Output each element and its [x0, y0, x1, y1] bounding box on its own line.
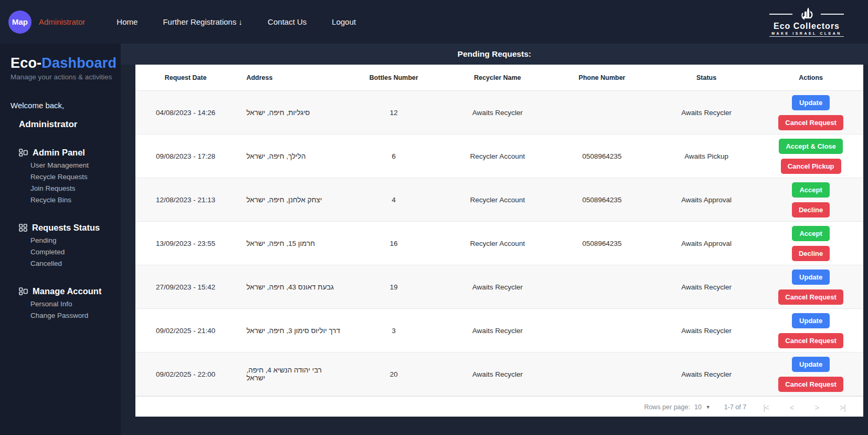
nav-link-contact-us[interactable]: Contact Us [268, 17, 306, 26]
sidebar: Eco-Dashboard Manage your actions & acti… [0, 44, 121, 435]
cell-recycler-name: Recycler Account [446, 152, 549, 160]
logo-tagline: MAKE ISRAEL CLEAN [769, 32, 844, 37]
cell-phone-number: 0508964235 [549, 196, 654, 204]
cell-recycler-name: Awaits Recycler [446, 370, 549, 378]
update-button[interactable]: Update [792, 357, 830, 372]
next-page-icon[interactable]: > [815, 403, 819, 412]
recycle-bottles-icon [798, 7, 816, 21]
cell-recycler-name: Recycler Account [446, 196, 549, 204]
cell-bottles-number: 20 [342, 370, 446, 378]
cell-actions: Accept & Close Cancel Pickup [758, 139, 863, 174]
table-row: 09/02/2025 - 22:00 רבי יהודה הנשיא 4, חי… [135, 353, 863, 396]
sidebar-item-cancelled[interactable]: Cancelled [30, 259, 121, 268]
sidebar-section-manage-account-header[interactable]: Manage Account [19, 286, 121, 296]
cell-recycler-name: Awaits Recycler [446, 327, 549, 335]
rows-per-page-label: Rows per page: [644, 403, 690, 411]
cancel-request-button[interactable]: Cancel Request [778, 333, 843, 348]
cell-actions: Update Cancel Request [758, 270, 863, 305]
sidebar-section-requests-status: Requests Status Pending Completed Cancel… [10, 223, 121, 268]
cell-status: Awaits Recycler [654, 370, 758, 378]
sidebar-item-pending[interactable]: Pending [30, 236, 121, 245]
sidebar-title-accent: Dashboard [41, 55, 117, 71]
page-header-bar: Pending Requests: [121, 44, 868, 65]
cell-address: גבעת דאונס 43, חיפה, ישראל [236, 283, 342, 291]
chevron-down-icon: ▼ [706, 405, 711, 410]
cell-request-date: 09/08/2023 - 17:28 [135, 152, 236, 160]
decline-button[interactable]: Decline [792, 246, 830, 261]
cell-actions: Update Cancel Request [758, 313, 863, 348]
cell-recycler-name: Awaits Recycler [446, 283, 549, 291]
section-label: Manage Account [33, 286, 101, 296]
sidebar-item-personal-info[interactable]: Personal Info [30, 299, 121, 309]
sidebar-item-recycle-bins[interactable]: Recycle Bins [30, 195, 121, 205]
rows-per-page-select[interactable]: Rows per page: 10 ▼ [644, 403, 710, 411]
section-label: Requests Status [32, 223, 100, 233]
manage-account-icon [19, 287, 28, 295]
sidebar-item-user-management[interactable]: User Management [30, 161, 121, 170]
cell-status: Awaits Approval [654, 240, 758, 247]
last-page-icon[interactable]: >| [840, 403, 845, 412]
welcome-text: Welcome back, [10, 101, 121, 110]
eco-collectors-logo: Eco Collectors MAKE ISRAEL CLEAN [769, 7, 844, 37]
col-header-bottles-number: Bottles Number [342, 74, 446, 81]
update-button[interactable]: Update [792, 270, 830, 285]
cell-address: סיגליות, חיפה, ישראל [236, 109, 342, 117]
cell-phone-number: 0508964235 [549, 240, 654, 247]
nav-link-logout[interactable]: Logout [332, 17, 356, 26]
nav-link-home[interactable]: Home [117, 17, 137, 26]
cell-request-date: 27/09/2023 - 15:42 [135, 283, 236, 291]
accept-and-close-button[interactable]: Accept & Close [779, 139, 842, 154]
col-header-request-date: Request Date [135, 74, 236, 81]
logo-title: Eco Collectors [769, 22, 844, 31]
sidebar-section-manage-account: Manage Account Personal Info Change Pass… [10, 286, 121, 320]
cell-request-date: 12/08/2023 - 21:13 [135, 196, 236, 204]
previous-page-icon[interactable]: < [790, 403, 794, 412]
cell-actions: Accept Decline [758, 182, 863, 218]
accept-button[interactable]: Accept [792, 182, 830, 198]
accept-button[interactable]: Accept [792, 226, 830, 241]
cell-recycler-name: Recycler Account [446, 240, 549, 247]
cell-status: Awaits Pickup [654, 152, 758, 160]
update-button[interactable]: Update [792, 313, 830, 328]
cancel-request-button[interactable]: Cancel Request [778, 289, 843, 305]
sidebar-item-change-password[interactable]: Change Password [30, 311, 121, 320]
cell-status: Awaits Recycler [654, 283, 758, 291]
sidebar-item-completed[interactable]: Completed [30, 247, 121, 257]
sidebar-item-recycle-requests[interactable]: Recycle Requests [30, 172, 121, 182]
logo-line-right [821, 14, 844, 15]
cell-address: הלילך, חיפה, ישראל [236, 152, 342, 160]
cell-address: רבי יהודה הנשיא 4, חיפה, ישראל [236, 366, 342, 382]
col-header-actions: Actions [758, 74, 863, 81]
cell-bottles-number: 4 [342, 196, 446, 204]
top-navbar: Map Administrator Home Further Registrat… [0, 0, 868, 44]
cell-actions: Accept Decline [758, 226, 863, 261]
sidebar-section-requests-status-header[interactable]: Requests Status [19, 223, 121, 233]
cell-address: דרך יוליוס סימון 3, חיפה, ישראל [236, 327, 342, 335]
welcome-username: Administrator [19, 119, 121, 130]
cancel-pickup-button[interactable]: Cancel Pickup [781, 159, 841, 174]
cancel-request-button[interactable]: Cancel Request [778, 115, 843, 130]
main-content: Pending Requests: Request Date Address B… [121, 44, 868, 435]
sidebar-subtitle: Manage your actions & activities [10, 73, 121, 81]
cell-recycler-name: Awaits Recycler [446, 109, 549, 117]
sidebar-section-admin-panel-header[interactable]: Admin Panel [19, 148, 121, 158]
sidebar-title: Eco-Dashboard [10, 55, 121, 71]
cell-phone-number: 0508964235 [549, 152, 654, 160]
table-row: 13/09/2023 - 23:55 חרמון 15, חיפה, ישראל… [135, 222, 863, 265]
first-page-icon[interactable]: |< [763, 403, 769, 412]
cell-request-date: 13/09/2023 - 23:55 [135, 240, 236, 247]
table-row: 04/08/2023 - 14:26 סיגליות, חיפה, ישראל … [135, 91, 863, 134]
map-brand-button[interactable]: Map [8, 11, 31, 34]
sidebar-item-join-requests[interactable]: Join Requests [30, 184, 121, 193]
decline-button[interactable]: Decline [792, 202, 830, 218]
cell-bottles-number: 19 [342, 283, 446, 291]
nav-link-further-registrations[interactable]: Further Registrations ↓ [163, 17, 242, 26]
cell-status: Awaits Recycler [654, 327, 758, 335]
cancel-request-button[interactable]: Cancel Request [778, 377, 843, 392]
cell-address: יצחק אלחנן, חיפה, ישראל [236, 196, 342, 204]
col-header-recycler-name: Recycler Name [446, 74, 549, 81]
cell-actions: Update Cancel Request [758, 357, 863, 392]
update-button[interactable]: Update [792, 95, 830, 110]
cell-request-date: 09/02/2025 - 22:00 [135, 370, 236, 378]
cell-bottles-number: 16 [342, 240, 446, 247]
